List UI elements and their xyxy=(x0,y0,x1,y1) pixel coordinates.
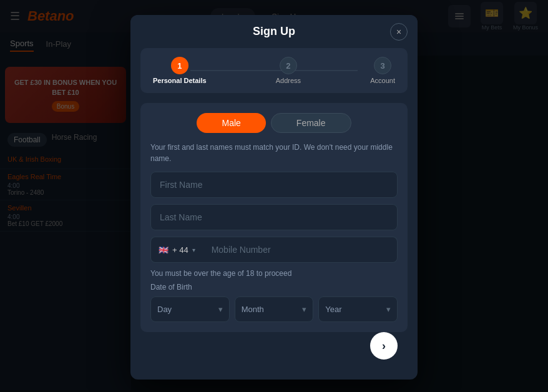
steps-container: 1 Personal Details 2 Address 3 Account xyxy=(140,48,408,93)
step-1: 1 Personal Details xyxy=(153,57,207,84)
gender-toggle: Male Female xyxy=(150,113,398,133)
dob-day-label: Day xyxy=(157,305,172,314)
modal-container: Sign Up × 1 Personal Details 2 Address 3… xyxy=(130,15,418,377)
phone-row: 🇬🇧 + 44 ▾ xyxy=(150,237,398,263)
chevron-down-icon: ▾ xyxy=(192,247,195,253)
dob-day-select[interactable]: Day ▾ xyxy=(150,296,230,322)
signup-modal: Sign Up × 1 Personal Details 2 Address 3… xyxy=(130,15,418,380)
step-3-circle: 3 xyxy=(374,57,391,74)
day-chevron-icon: ▾ xyxy=(218,305,223,314)
step-3: 3 Account xyxy=(370,57,395,84)
phone-country-selector[interactable]: 🇬🇧 + 44 ▾ xyxy=(150,237,203,263)
first-name-input[interactable] xyxy=(150,172,398,198)
female-button[interactable]: Female xyxy=(271,113,351,133)
step-2-label: Address xyxy=(276,77,301,84)
dob-month-label: Month xyxy=(242,305,264,314)
male-button[interactable]: Male xyxy=(197,113,265,133)
modal-title: Sign Up xyxy=(253,25,295,38)
step-2-circle: 2 xyxy=(280,57,297,74)
dob-month-select[interactable]: Month ▾ xyxy=(235,296,314,322)
close-button[interactable]: × xyxy=(390,23,408,41)
dob-year-select[interactable]: Year ▾ xyxy=(318,296,398,322)
month-chevron-icon: ▾ xyxy=(302,305,306,314)
form-area: Male Female Your first and last names mu… xyxy=(140,103,408,332)
dob-row: Day ▾ Month ▾ Year ▾ xyxy=(150,296,398,322)
id-notice: Your first and last names must match you… xyxy=(150,142,398,164)
last-name-input[interactable] xyxy=(150,204,398,230)
phone-number-input[interactable] xyxy=(203,237,398,263)
country-code: + 44 xyxy=(172,245,188,255)
steps-line xyxy=(190,71,358,71)
age-warning: You must be over the age of 18 to procee… xyxy=(150,269,398,278)
dob-label: Date of Birth xyxy=(150,283,398,292)
modal-body: 1 Personal Details 2 Address 3 Account M… xyxy=(130,48,418,380)
modal-footer: › xyxy=(140,332,408,370)
step-2: 2 Address xyxy=(276,57,301,84)
modal-header: Sign Up × xyxy=(130,15,418,48)
flag-icon: 🇬🇧 xyxy=(159,245,169,255)
next-button[interactable]: › xyxy=(370,332,398,360)
year-chevron-icon: ▾ xyxy=(386,305,391,314)
dob-year-label: Year xyxy=(325,305,341,314)
step-3-label: Account xyxy=(370,77,395,84)
step-1-label: Personal Details xyxy=(153,77,207,84)
step-1-circle: 1 xyxy=(171,57,188,74)
